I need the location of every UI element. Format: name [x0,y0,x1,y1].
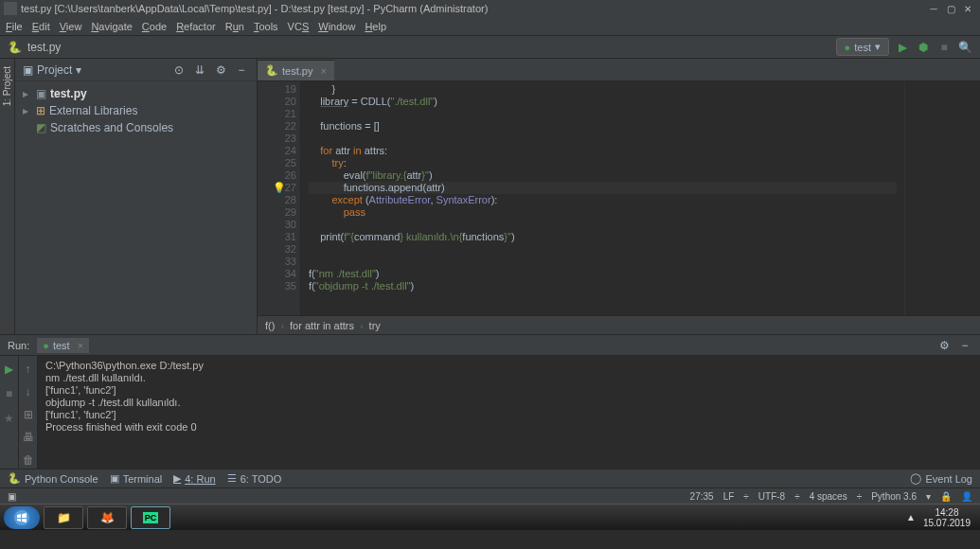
run-toolbar-1: ▶ ■ ★ [0,356,19,469]
settings-gear-icon[interactable]: ⚙ [936,338,952,353]
log-icon: ◯ [910,472,921,485]
python-file-icon: 🐍 [265,64,278,77]
taskbar-explorer[interactable]: 📁 [44,506,83,529]
tab-todo[interactable]: ☰6: TODO [227,472,282,485]
python-file-icon: 🐍 [8,41,22,54]
menu-help[interactable]: Help [365,21,386,32]
code-content[interactable]: } library = CDLL("./test.dll") functions… [301,81,904,315]
run-config-selector[interactable]: ● test ▾ [836,38,889,56]
statusbar: ▣ 27:35 LF ÷ UTF-8 ÷ 4 spaces ÷ Python 3… [0,487,980,504]
file-encoding[interactable]: UTF-8 [758,491,785,502]
scroll-up-icon[interactable]: ↑ [21,362,36,377]
navigation-bar: 🐍 test.py ● test ▾ ▶ ⬢ ■ 🔍 [0,36,980,59]
menu-file[interactable]: File [6,21,23,32]
sidebar-tab-project[interactable]: 1: Project [2,66,12,106]
run-console[interactable]: C:\Python36\python.exe D:/test.py nm ./t… [38,356,980,469]
start-button[interactable] [4,506,40,529]
menu-edit[interactable]: Edit [32,21,50,32]
chevron-down-icon: ▾ [76,63,81,77]
hide-panel-icon[interactable]: − [234,62,249,78]
status-icon: ▣ [8,491,16,502]
project-panel-header: ▣ Project ▾ ⊙ ⇊ ⚙ − [15,59,257,81]
settings-gear-icon[interactable]: ⚙ [213,62,228,78]
taskbar-firefox[interactable]: 🦊 [87,506,127,529]
rerun-button[interactable]: ▶ [2,362,17,377]
run-button[interactable]: ▶ [895,40,910,55]
stop-button[interactable]: ■ [936,40,952,55]
trash-icon[interactable]: 🗑 [21,452,36,468]
menu-window[interactable]: Window [318,21,355,32]
search-button[interactable]: 🔍 [957,40,972,55]
minimize-button[interactable]: ─ [925,2,942,15]
scroll-down-icon[interactable]: ↓ [21,384,36,399]
tree-external-libs[interactable]: ▸ ⊞ External Libraries [15,102,257,119]
editor-tab[interactable]: 🐍 test.py × [258,60,334,80]
breadcrumb-file[interactable]: test.py [27,41,61,54]
bottom-tool-tabs: 🐍Python Console ▣Terminal ▶4: Run ☰6: TO… [0,469,980,487]
inspector-icon[interactable]: 👤 [961,491,972,502]
close-tab-icon[interactable]: × [320,65,326,77]
tree-scratches[interactable]: ◩ Scratches and Consoles [15,119,257,136]
menu-navigate[interactable]: Navigate [91,21,132,32]
run-panel: Run: ● test × ⚙ − ▶ ■ ★ ↑ ↓ ⊞ 🖶 🗑 C:\Pyt… [0,334,980,469]
stop-button[interactable]: ■ [2,386,17,401]
python-interpreter[interactable]: Python 3.6 [871,491,917,502]
tray-expand-icon[interactable]: ▲ [906,512,916,522]
editor-right-gutter [904,81,980,315]
code-editor[interactable]: 192021 222324 252627 282930 313233 3435 … [258,81,980,315]
play-icon: ▶ [173,472,181,485]
close-button[interactable]: ✕ [959,2,976,15]
lock-icon[interactable]: 🔒 [940,491,952,502]
menubar: File Edit View Navigate Code Refactor Ru… [0,17,980,36]
collapse-all-icon[interactable]: ⇊ [192,62,207,78]
run-config-icon: ● [43,340,49,351]
run-label: Run: [8,340,29,351]
editor-area: 🐍 test.py × 192021 222324 252627 282930 … [258,59,980,334]
taskbar-pycharm[interactable]: PC [131,506,170,529]
python-icon: 🐍 [8,472,21,485]
print-icon[interactable]: 🖶 [21,430,36,445]
window-title: test.py [C:\Users\tanberk\AppData\Local\… [21,3,488,14]
minimize-panel-icon[interactable]: − [957,338,972,353]
maximize-button[interactable]: ▢ [942,2,959,15]
tab-event-log[interactable]: ◯Event Log [910,472,972,485]
menu-run[interactable]: Run [225,21,244,32]
line-separator[interactable]: LF [723,491,735,502]
breadcrumb-item[interactable]: try [369,320,381,331]
library-icon: ⊞ [36,104,45,117]
tab-label: test.py [282,65,312,77]
taskbar-clock[interactable]: 14:28 15.07.2019 [923,507,971,528]
tree-root[interactable]: ▸ ▣ test.py [15,85,257,102]
project-title: Project [37,63,72,77]
menu-tools[interactable]: Tools [254,21,278,32]
tree-libs-label: External Libraries [49,104,137,117]
menu-code[interactable]: Code [142,21,167,32]
tab-run[interactable]: ▶4: Run [173,472,215,485]
close-icon[interactable]: × [78,340,83,351]
scroll-from-source-icon[interactable]: ⊙ [171,62,187,78]
editor-breadcrumb: f() › for attr in attrs › try [258,315,980,334]
run-tab[interactable]: ● test × [37,338,89,353]
pin-button[interactable]: ★ [2,411,17,426]
breadcrumb-item[interactable]: f() [265,320,275,331]
lightbulb-icon[interactable]: 💡 [273,182,286,194]
folder-icon: ▣ [23,63,33,77]
menu-refactor[interactable]: Refactor [176,21,216,32]
folder-icon: ▣ [36,87,46,100]
tree-root-label: test.py [50,87,87,100]
run-tab-label: test [53,340,70,351]
menu-view[interactable]: View [60,21,82,32]
breadcrumb-item[interactable]: for attr in attrs [290,320,354,331]
indent-setting[interactable]: 4 spaces [810,491,847,502]
project-panel: ▣ Project ▾ ⊙ ⇊ ⚙ − ▸ ▣ test.py ▸ ⊞ Exte… [15,59,258,334]
run-config-icon: ● [845,42,851,53]
tab-python-console[interactable]: 🐍Python Console [8,472,98,485]
project-view-selector[interactable]: ▣ Project ▾ [23,63,81,77]
window-titlebar: test.py [C:\Users\tanberk\AppData\Local\… [0,0,980,17]
cursor-position[interactable]: 27:35 [690,491,714,502]
debug-button[interactable]: ⬢ [916,40,931,55]
soft-wrap-icon[interactable]: ⊞ [21,407,36,422]
menu-vcs[interactable]: VCS [288,21,310,32]
system-tray: ▲ 14:28 15.07.2019 [906,507,976,528]
tab-terminal[interactable]: ▣Terminal [110,472,163,485]
